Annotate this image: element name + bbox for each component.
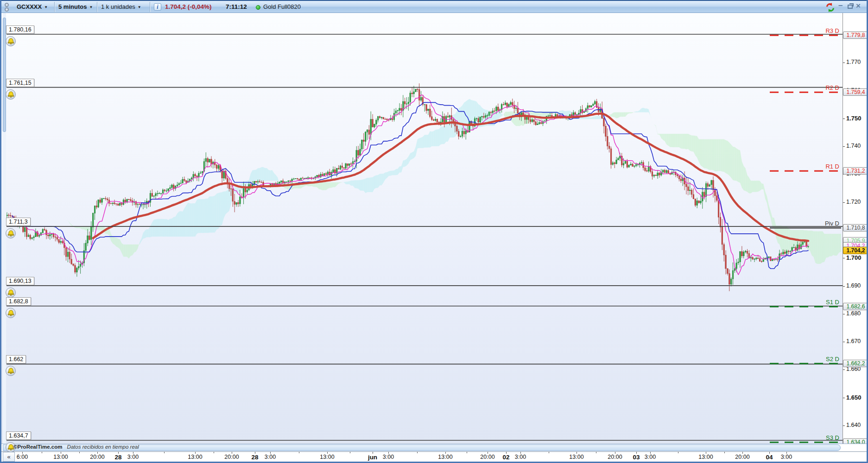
price-axis-label: 1.720 <box>846 199 861 205</box>
pivot-price-box-s1-d: 1.682,6 <box>843 303 868 310</box>
pivot-label-s2-d: S2 D <box>826 356 839 363</box>
price-tick <box>843 258 845 258</box>
price-tick <box>843 314 845 314</box>
time-tick-minor <box>417 452 418 453</box>
alarm-price-label[interactable]: 1.634,7 <box>6 432 31 440</box>
time-axis-label: 20:00 <box>735 454 749 460</box>
time-tick-minor <box>350 452 350 453</box>
time-axis-label: 3:00 <box>127 454 139 460</box>
alarm-bell-icon[interactable] <box>6 308 16 318</box>
time-axis-label: 13:00 <box>698 454 713 460</box>
pivot-price-box-r1-d: 1.731,2 <box>843 167 868 175</box>
price-axis-label: 1.700 <box>846 254 862 261</box>
time-tick-minor <box>549 452 549 453</box>
price-axis-label: 1.770 <box>846 59 861 65</box>
time-tick-minor <box>467 452 467 453</box>
time-axis-label: 3:00 <box>265 454 276 460</box>
alarm-price-label[interactable]: 1.711,3 <box>6 218 31 226</box>
alarm-price-label[interactable]: 1.761,15 <box>6 79 34 87</box>
time-axis-label: 13:00 <box>188 454 202 460</box>
trading-window: GCXXXX▼ 5 minutos▼ 1 k unidades▼ i 1.704… <box>0 0 868 463</box>
pivot-label-r1-d: R1 D <box>825 163 839 170</box>
pivot-price-box-piv-d: 1.710,8 <box>843 224 868 232</box>
time-tick-minor <box>164 452 165 453</box>
time-tick-minor <box>678 452 678 453</box>
candlestick-chart[interactable]: R3 DR2 DR1 DPiv DS1 DS2 DS3 D <box>1 0 868 463</box>
price-tick <box>843 342 845 342</box>
time-axis-label: 20:00 <box>608 454 622 460</box>
pivot-price-box-s2-d: 1.662,2 <box>843 360 868 367</box>
time-axis-label: 13:00 <box>569 454 583 460</box>
pivot-label-r3-d: R3 D <box>825 27 839 34</box>
time-axis-label: 3:00 <box>383 454 394 460</box>
price-axis-label: 1.650 <box>846 394 862 401</box>
time-tick-minor <box>79 452 80 453</box>
price-tick <box>843 369 845 370</box>
time-axis-label: 28 <box>114 454 121 461</box>
price-tick <box>843 119 845 119</box>
pivot-price-box-r2-d: 1.759,4 <box>843 88 868 96</box>
price-tick <box>843 425 845 426</box>
price-axis-label: 1.670 <box>846 338 861 344</box>
time-axis-label: 20:00 <box>90 454 104 460</box>
price-axis-label: 1.640 <box>846 422 861 428</box>
alarm-bell-icon[interactable] <box>6 366 16 376</box>
alarm-price-label[interactable]: 1.682,8 <box>6 297 31 306</box>
price-axis[interactable]: 1.7801.7701.7601.7501.7401.7301.7201.710… <box>843 13 868 451</box>
alarm-bell-icon[interactable] <box>6 228 16 238</box>
price-axis-label: 1.750 <box>846 115 862 122</box>
pivot-price-box-r3-d: 1.779,8 <box>843 31 868 39</box>
time-axis-label: 13:00 <box>320 454 334 460</box>
alarm-price-label[interactable]: 1.662 <box>6 355 26 363</box>
alarm-bell-icon[interactable] <box>6 288 16 298</box>
time-axis-label: 20:00 <box>224 454 239 460</box>
time-axis-label: 13:00 <box>53 454 68 460</box>
pivot-label-r2-d: R2 D <box>825 84 839 91</box>
alarm-bell-icon[interactable] <box>6 89 16 100</box>
time-axis-label: 3:00 <box>515 454 526 460</box>
price-axis-label: 1.740 <box>846 143 861 149</box>
pivot-label-s1-d: S1 D <box>826 299 839 306</box>
price-tick <box>843 202 845 203</box>
time-axis-label: 03 <box>633 454 640 461</box>
alarm-price-label[interactable]: 1.690,13 <box>6 277 34 285</box>
price-tick <box>843 63 845 63</box>
time-axis-label: 28 <box>251 454 258 461</box>
pivot-label-piv-d: Piv D <box>825 220 839 227</box>
time-axis-label: 02 <box>502 454 509 461</box>
time-axis-label: 13:00 <box>438 454 452 460</box>
time-axis-label: jun <box>368 454 377 461</box>
alarm-price-label[interactable]: 1.780,16 <box>6 25 34 34</box>
scroll-back-button[interactable]: « <box>3 452 15 462</box>
time-axis-label: 3:00 <box>781 454 792 460</box>
time-tick-minor <box>724 452 725 453</box>
pivot-label-s3-d: S3 D <box>826 434 839 441</box>
time-tick-minor <box>299 452 299 453</box>
provider-brand: ©ProRealTime.comDatos recibidos en tiemp… <box>13 444 139 450</box>
time-tick-minor <box>596 452 596 453</box>
last-price-box: 1.704,2 <box>843 247 868 254</box>
time-axis-label: 6:00 <box>17 454 28 460</box>
time-tick-minor <box>42 452 42 453</box>
alarm-bell-icon[interactable] <box>6 36 16 46</box>
time-axis-label: 20:00 <box>480 454 494 460</box>
time-axis-label: 04 <box>766 454 773 461</box>
price-tick <box>843 286 845 287</box>
price-tick <box>843 398 845 398</box>
price-axis-label: 1.690 <box>846 282 861 289</box>
price-tick <box>843 146 845 147</box>
time-axis-label: 3:00 <box>645 454 656 460</box>
time-axis[interactable]: 6:0013:0020:00283:0013:0020:00283:0013:0… <box>1 451 868 462</box>
time-tick-minor <box>214 452 214 453</box>
price-axis-label: 1.680 <box>846 310 861 317</box>
